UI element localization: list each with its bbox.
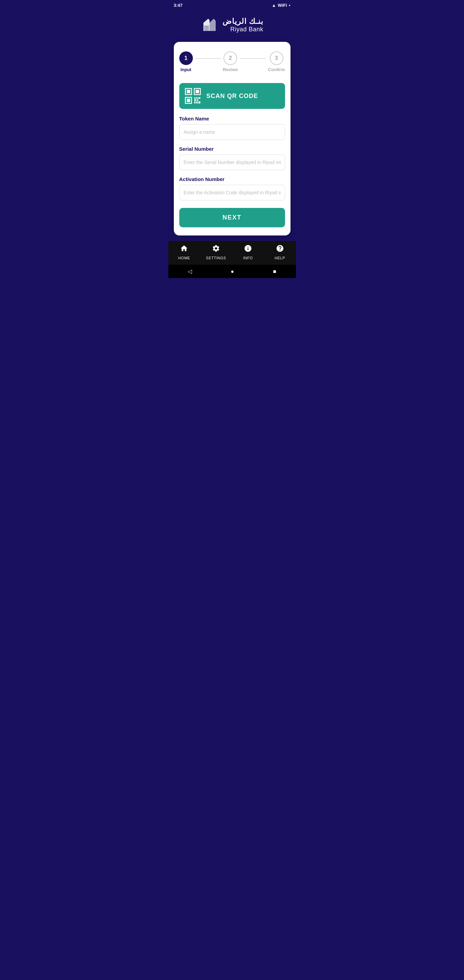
scan-qr-button[interactable]: SCAN QR CODE xyxy=(179,83,285,109)
home-icon xyxy=(180,244,188,255)
step-1-circle: 1 xyxy=(179,51,193,65)
step-3: 3 Confirm xyxy=(268,51,285,72)
nav-help[interactable]: HELP xyxy=(264,244,296,260)
qr-icon xyxy=(185,88,201,104)
help-icon xyxy=(276,244,284,255)
android-back-button[interactable]: ◁ xyxy=(188,268,192,275)
svg-rect-12 xyxy=(198,97,200,99)
svg-rect-9 xyxy=(187,99,190,102)
main-content: بنـك الرياض Riyad Bank 1 Input 2 Review xyxy=(168,9,296,241)
nav-home[interactable]: HOME xyxy=(168,244,200,260)
step-2: 2 Review xyxy=(223,51,238,72)
logo-english: Riyad Bank xyxy=(230,26,263,33)
token-name-label: Token Name xyxy=(179,116,285,121)
nav-home-label: HOME xyxy=(178,256,190,260)
nav-settings-label: SETTINGS xyxy=(206,256,226,260)
activation-number-label: Activation Number xyxy=(179,176,285,182)
info-icon xyxy=(244,244,252,255)
logo-arabic: بنـك الرياض xyxy=(222,17,263,26)
svg-rect-14 xyxy=(197,99,198,101)
android-home-button[interactable]: ● xyxy=(230,269,234,275)
step-2-label: Review xyxy=(223,67,238,72)
svg-rect-17 xyxy=(198,102,200,103)
logo-icon-svg xyxy=(201,16,218,34)
next-button[interactable]: NEXT xyxy=(179,208,285,227)
serial-number-label: Serial Number xyxy=(179,146,285,152)
step-line-1 xyxy=(195,58,221,59)
svg-rect-15 xyxy=(194,102,195,103)
token-name-input[interactable] xyxy=(179,124,285,140)
svg-rect-3 xyxy=(204,25,209,31)
signal-icon: ▲ xyxy=(272,3,276,8)
settings-icon xyxy=(212,244,220,255)
svg-rect-10 xyxy=(194,97,195,99)
svg-rect-16 xyxy=(196,102,198,103)
step-line-2 xyxy=(240,58,266,59)
qr-button-label: SCAN QR CODE xyxy=(207,92,258,100)
logo-text: بنـك الرياض Riyad Bank xyxy=(222,17,263,33)
form-card: 1 Input 2 Review 3 Confirm xyxy=(174,42,291,235)
serial-number-input[interactable] xyxy=(179,154,285,170)
bank-logo: بنـك الرياض Riyad Bank xyxy=(201,16,263,34)
status-time: 3:47 xyxy=(174,3,183,8)
android-nav-bar: ◁ ● ■ xyxy=(168,265,296,278)
svg-rect-11 xyxy=(196,97,198,99)
status-icons: ▲ WiFi ▪ xyxy=(272,3,291,8)
svg-rect-13 xyxy=(194,99,196,101)
nav-settings[interactable]: SETTINGS xyxy=(200,244,232,260)
activation-number-input[interactable] xyxy=(179,185,285,200)
nav-help-label: HELP xyxy=(275,256,285,260)
step-1-label: Input xyxy=(181,67,192,72)
nav-info-label: INFO xyxy=(243,256,253,260)
battery-icon: ▪ xyxy=(289,3,291,8)
step-1: 1 Input xyxy=(179,51,193,72)
steps-container: 1 Input 2 Review 3 Confirm xyxy=(179,49,285,75)
bottom-navigation: HOME SETTINGS INFO HELP xyxy=(168,241,296,265)
status-bar: 3:47 ▲ WiFi ▪ xyxy=(168,0,296,9)
step-2-circle: 2 xyxy=(224,51,237,65)
android-recent-button[interactable]: ■ xyxy=(273,269,276,275)
svg-rect-7 xyxy=(195,90,199,93)
step-3-circle: 3 xyxy=(270,51,283,65)
step-3-label: Confirm xyxy=(268,67,285,72)
nav-info[interactable]: INFO xyxy=(232,244,264,260)
svg-rect-5 xyxy=(187,90,190,93)
wifi-icon: WiFi xyxy=(278,3,287,8)
